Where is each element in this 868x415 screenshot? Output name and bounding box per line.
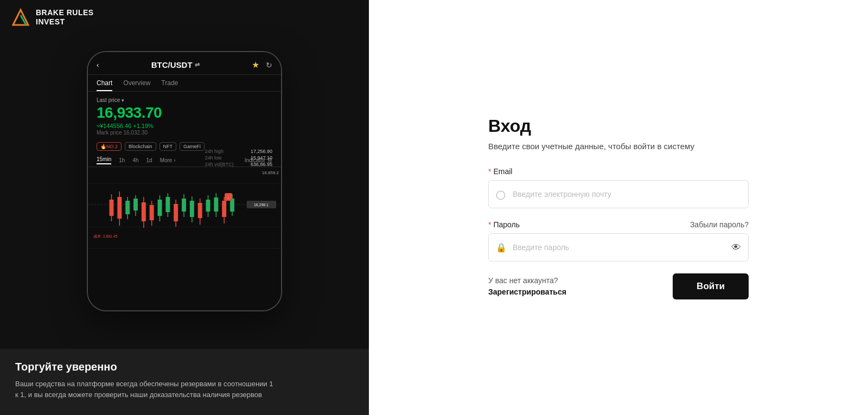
user-icon: ◯ [496,189,506,199]
svg-text:16,298.1: 16,298.1 [254,203,269,207]
svg-rect-7 [110,200,114,216]
interval-1h[interactable]: 1h [119,157,125,163]
password-label-row: * Пароль Забыли пароль? [488,220,749,229]
svg-rect-16 [133,199,138,210]
tab-trade[interactable]: Trade [161,79,178,91]
svg-rect-34 [182,199,186,212]
phone-tabs: Chart Overview Trade [88,75,281,92]
svg-marker-0 [13,10,28,25]
login-form: Вход Введите свои учетные данные, чтобы … [488,116,749,299]
phone-pair: BTC/USDT ⇌ [151,60,200,69]
svg-rect-28 [165,197,170,212]
password-input[interactable] [488,233,749,261]
interval-4h[interactable]: 4h [132,157,138,163]
toggle-password-icon[interactable]: 👁 [731,241,741,253]
main-price: 16,933.70 [97,104,272,122]
login-title: Вход [488,116,749,136]
email-required-marker: * [488,167,491,176]
tab-overview[interactable]: Overview [123,79,150,91]
phone-mockup: ‹ BTC/USDT ⇌ ★ ↻ Chart Overview Trade [87,51,282,311]
brand-logo-icon [11,8,30,27]
svg-rect-43 [206,200,210,212]
email-input-wrapper: ◯ [488,180,749,208]
tag-no2: 🔥NO.2 [97,142,122,151]
card-title: Торгуйте уверенно [15,361,354,373]
svg-rect-13 [125,201,130,214]
email-input[interactable] [488,180,749,208]
svg-rect-31 [174,204,178,221]
bottom-row: У вас нет аккаунта? Зарегистрироваться В… [488,273,749,299]
price-area: Last price ▾ 16,933.70 ≈¥144556.46 +1.19… [88,92,281,139]
svg-rect-22 [150,205,154,220]
phone-back-button: ‹ [97,61,99,69]
tag-blockchain: Blockchain [125,142,156,151]
svg-rect-46 [214,197,218,212]
last-price-label: Last price ▾ [97,97,272,103]
svg-rect-25 [158,200,162,216]
password-input-wrapper: 🔒 👁 [488,233,749,261]
svg-rect-37 [190,201,194,217]
mark-price: Mark price 16,032.30 [97,130,272,136]
svg-rect-49 [222,201,226,217]
phone-header: ‹ BTC/USDT ⇌ ★ ↻ [88,52,281,75]
refresh-icon: ↻ [266,61,272,69]
interval-more[interactable]: More › [160,157,176,163]
svg-rect-19 [142,202,146,221]
right-panel: Вход Введите свои учетные данные, чтобы … [369,0,868,415]
price-sub: ≈¥144556.46 +1.19% [97,123,272,129]
password-label: * Пароль [488,220,520,229]
logo-area: BRAKE RULES INVEST [0,0,369,35]
card-desc: Ваши средства на платформе всегда обеспе… [15,379,276,400]
svg-rect-40 [198,203,202,218]
svg-text:↓: ↓ [227,195,229,199]
register-link[interactable]: Зарегистрироваться [488,288,566,296]
phone-header-icons: ★ ↻ [252,60,272,70]
svg-rect-10 [117,197,122,219]
svg-text:成本: 2,681.45: 成本: 2,681.45 [93,234,118,238]
interval-15min[interactable]: 15min [97,156,111,164]
brand-name: BRAKE RULES INVEST [36,8,94,27]
chart-area: 16,298.1 ↓ 成本: 2,681.45 16,859.2 [88,167,281,254]
tab-chart[interactable]: Chart [97,79,112,91]
lock-icon: 🔒 [496,242,507,252]
left-panel: BRAKE RULES INVEST ‹ BTC/USDT ⇌ ★ [0,0,369,415]
favorite-icon: ★ [252,60,259,70]
phone-inner: ‹ BTC/USDT ⇌ ★ ↻ Chart Overview Trade [88,52,281,310]
bottom-card: Торгуйте уверенно Ваши средства на платф… [0,349,369,415]
forgot-password-link[interactable]: Забыли пароль? [690,220,749,229]
email-label: * Email [488,167,749,176]
interval-1d[interactable]: 1d [146,157,152,163]
tag-nft: NFT [159,142,177,151]
no-account-text: У вас нет аккаунта? Зарегистрироваться [488,275,566,298]
chart-label-high: 16,859.2 [262,170,279,175]
tag-gamefi: GameFi [180,142,205,151]
password-required-marker: * [488,220,491,229]
login-button[interactable]: Войти [673,273,749,299]
login-subtitle: Введите свои учетные данные, чтобы войти… [488,142,749,151]
candlestick-chart: 16,298.1 ↓ 成本: 2,681.45 [88,167,281,254]
